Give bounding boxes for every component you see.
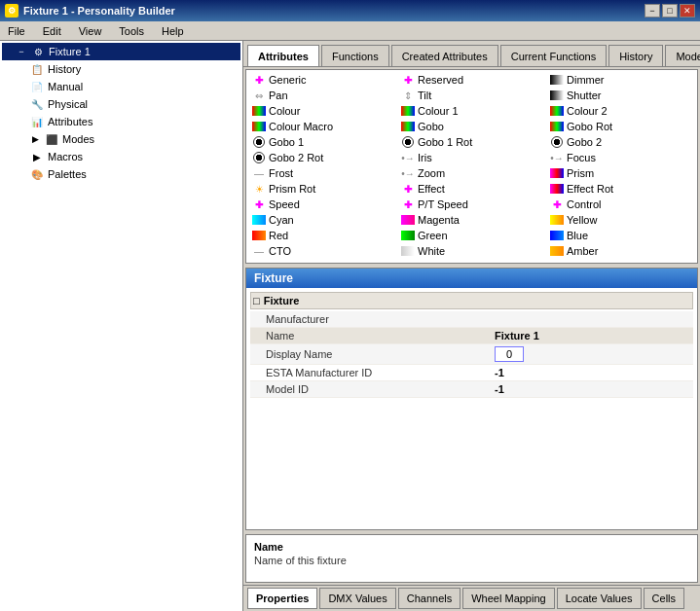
tab-created-attributes[interactable]: Created Attributes xyxy=(391,45,498,66)
palettes-tree-icon: 🎨 xyxy=(29,166,45,182)
attr-tilt[interactable]: ⇕ Tilt xyxy=(397,88,546,103)
attr-shutter[interactable]: Shutter xyxy=(546,88,695,103)
description-section: Name Name of this fixture xyxy=(245,534,698,583)
prop-value-display-name xyxy=(495,346,689,362)
attr-colour-label: Colour xyxy=(269,105,300,117)
tab-history[interactable]: History xyxy=(608,45,663,66)
tree-item-modes[interactable]: ▶ ⬛ Modes xyxy=(2,130,240,148)
bottom-tab-properties[interactable]: Properties xyxy=(247,588,317,609)
attr-frost[interactable]: — Frost xyxy=(248,165,397,181)
attr-gobo1-label: Gobo 1 xyxy=(269,136,304,148)
tab-functions[interactable]: Functions xyxy=(321,45,389,66)
menu-help[interactable]: Help xyxy=(158,24,188,38)
display-name-input[interactable] xyxy=(495,346,524,362)
maximize-button[interactable]: □ xyxy=(662,4,678,18)
prop-section-expand[interactable]: □ xyxy=(253,295,260,306)
bottom-tab-dmx-values[interactable]: DMX Values xyxy=(319,588,395,609)
attr-frost-icon: — xyxy=(251,166,267,180)
attr-gobo-rot-label: Gobo Rot xyxy=(567,121,612,132)
attr-blue-icon xyxy=(549,229,565,242)
attr-effect-rot[interactable]: Effect Rot xyxy=(546,181,695,197)
attr-gobo[interactable]: Gobo xyxy=(397,119,546,134)
prop-row-name: Name Fixture 1 xyxy=(250,328,693,344)
tree-item-history[interactable]: 📋 History xyxy=(2,60,240,78)
attr-colour1[interactable]: Colour 1 xyxy=(397,103,546,119)
bottom-tab-locate-values[interactable]: Locate Values xyxy=(557,588,642,609)
tree-item-macros[interactable]: ▶ Macros xyxy=(2,148,240,165)
attr-green[interactable]: Green xyxy=(397,228,546,243)
bottom-tab-cells[interactable]: Cells xyxy=(644,588,684,609)
prop-section-label: Fixture xyxy=(264,295,300,306)
attr-effect-icon: ✚ xyxy=(400,182,416,196)
tree-item-fixture1[interactable]: − ⚙ Fixture 1 xyxy=(2,43,240,60)
attr-control-icon: ✚ xyxy=(549,198,565,211)
attr-control[interactable]: ✚ Control xyxy=(546,197,695,212)
prop-label-model-id: Model ID xyxy=(254,383,495,395)
menu-edit[interactable]: Edit xyxy=(39,24,65,38)
tab-attributes[interactable]: Attributes xyxy=(247,45,319,66)
tab-modes[interactable]: Modes xyxy=(665,45,700,66)
attr-gobo-rot[interactable]: Gobo Rot xyxy=(546,119,695,134)
attr-yellow-label: Yellow xyxy=(567,214,597,226)
menu-view[interactable]: View xyxy=(75,24,106,38)
menu-tools[interactable]: Tools xyxy=(115,24,148,38)
prop-row-model-id: Model ID -1 xyxy=(250,381,693,398)
prop-value-esta-id: -1 xyxy=(495,367,689,378)
bottom-tab-channels[interactable]: Channels xyxy=(398,588,461,609)
attr-speed[interactable]: ✚ Speed xyxy=(248,197,397,212)
attr-reserved[interactable]: ✚ Reserved xyxy=(397,72,546,88)
attr-pt-speed-icon: ✚ xyxy=(400,198,416,211)
attr-white[interactable]: White xyxy=(397,243,546,259)
attr-red[interactable]: Red xyxy=(248,228,397,243)
manual-tree-icon: 📄 xyxy=(29,79,45,94)
attr-blue[interactable]: Blue xyxy=(546,228,695,243)
attr-gobo2[interactable]: Gobo 2 xyxy=(546,134,695,150)
attr-colour2[interactable]: Colour 2 xyxy=(546,103,695,119)
attr-prism-rot[interactable]: ☀ Prism Rot xyxy=(248,181,397,197)
attr-focus[interactable]: •→ Focus xyxy=(546,150,695,165)
attr-prism[interactable]: Prism xyxy=(546,165,695,181)
tree-item-physical[interactable]: 🔧 Physical xyxy=(2,95,240,113)
attr-yellow[interactable]: Yellow xyxy=(546,212,695,228)
tree-item-attributes[interactable]: 📊 Attributes xyxy=(2,113,240,130)
attr-magenta-label: Magenta xyxy=(418,214,460,226)
attr-colour-macro[interactable]: Colour Macro xyxy=(248,119,397,134)
menu-file[interactable]: File xyxy=(4,24,29,38)
attr-magenta[interactable]: Magenta xyxy=(397,212,546,228)
expand-icon[interactable]: − xyxy=(16,46,27,57)
attr-pt-speed[interactable]: ✚ P/T Speed xyxy=(397,197,546,212)
prop-label-manufacturer: Manufacturer xyxy=(254,313,495,325)
close-button[interactable]: ✕ xyxy=(680,4,695,18)
modes-expand-icon[interactable]: ▶ xyxy=(29,133,41,145)
tab-current-functions[interactable]: Current Functions xyxy=(500,45,607,66)
description-title: Name xyxy=(254,541,689,553)
properties-content: □ Fixture Manufacturer Name Fixture 1 Di… xyxy=(246,288,697,529)
attr-generic[interactable]: ✚ Generic xyxy=(248,72,397,88)
tree-label-palettes: Palettes xyxy=(48,168,87,180)
attr-prism-rot-label: Prism Rot xyxy=(269,183,315,195)
attr-gobo2-rot[interactable]: Gobo 2 Rot xyxy=(248,150,397,165)
attr-iris[interactable]: •→ Iris xyxy=(397,150,546,165)
attr-gobo1[interactable]: Gobo 1 xyxy=(248,134,397,150)
attr-pan[interactable]: ⇔ Pan xyxy=(248,88,397,103)
title-bar: ⚙ Fixture 1 - Personality Builder − □ ✕ xyxy=(0,0,700,21)
attr-generic-icon: ✚ xyxy=(251,73,267,87)
minimize-button[interactable]: − xyxy=(645,4,660,18)
attr-gobo-label: Gobo xyxy=(418,121,444,132)
attr-prism-rot-icon: ☀ xyxy=(251,182,267,196)
prop-value-model-id: -1 xyxy=(495,383,689,395)
attr-cyan[interactable]: Cyan xyxy=(248,212,397,228)
tree-item-manual[interactable]: 📄 Manual xyxy=(2,78,240,95)
attr-effect[interactable]: ✚ Effect xyxy=(397,181,546,197)
attr-colour[interactable]: Colour xyxy=(248,103,397,119)
tree-item-palettes[interactable]: 🎨 Palettes xyxy=(2,165,240,183)
attr-zoom[interactable]: •→ Zoom xyxy=(397,165,546,181)
attr-pan-label: Pan xyxy=(269,90,288,101)
attr-dimmer[interactable]: Dimmer xyxy=(546,72,695,88)
bottom-tab-wheel-mapping[interactable]: Wheel Mapping xyxy=(462,588,554,609)
attr-cto[interactable]: — CTO xyxy=(248,243,397,259)
attr-gobo1-rot[interactable]: Gobo 1 Rot xyxy=(397,134,546,150)
attr-amber[interactable]: Amber xyxy=(546,243,695,259)
attr-colour-macro-label: Colour Macro xyxy=(269,121,333,132)
attr-generic-label: Generic xyxy=(269,74,307,86)
